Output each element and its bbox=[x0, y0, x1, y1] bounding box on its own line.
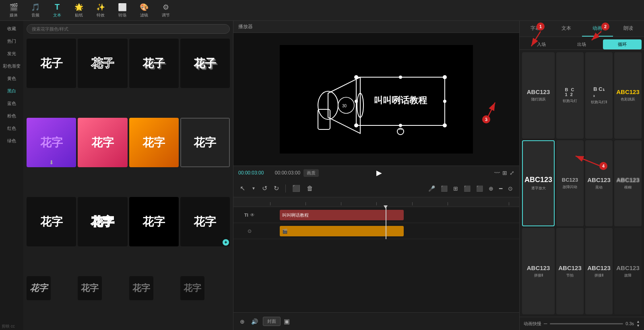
anim-soft-blink2[interactable]: B C₁₂ 软跑马灯Ⅱ bbox=[585, 52, 613, 139]
cat-blue[interactable]: 蓝色 bbox=[0, 97, 23, 110]
nav-sticker[interactable]: 🌟 贴纸 bbox=[68, 2, 89, 19]
undo-button[interactable]: ↺ bbox=[260, 183, 269, 194]
nav-text-label: 文本 bbox=[53, 12, 61, 18]
font-cell-13[interactable]: 花字 bbox=[78, 276, 102, 300]
audio-track-icon[interactable]: 🔊 bbox=[250, 317, 260, 326]
anim-soft-blink[interactable]: B C1 2 软跑马灯 bbox=[556, 52, 584, 139]
select-dropdown[interactable]: ▼ bbox=[250, 184, 257, 192]
nav-text[interactable]: T 文本 bbox=[47, 2, 68, 19]
nav-transition[interactable]: ⬜ 转场 bbox=[112, 2, 133, 19]
time-current: 00:00:03:00 bbox=[238, 170, 264, 176]
anim-preview-8: ABC123 bbox=[527, 264, 550, 271]
tab-narration[interactable]: 朗读 bbox=[613, 21, 644, 37]
timeline-cursor[interactable] bbox=[386, 207, 386, 239]
cat-pink[interactable]: 粉色 bbox=[0, 110, 23, 122]
anim-type4[interactable]: ABC123 拼接Ⅱ bbox=[585, 228, 613, 314]
redo-button[interactable]: ↻ bbox=[272, 183, 281, 194]
font-cell-5[interactable]: 花字 bbox=[78, 118, 127, 167]
cat-glow[interactable]: 发光 bbox=[0, 47, 23, 60]
frame-button[interactable]: ▣ bbox=[284, 318, 290, 325]
anim-grow[interactable]: ABC123 逐字放大 bbox=[522, 140, 555, 227]
bottom-toolbar: ⊕ 🔊 封面 ▣ bbox=[233, 312, 519, 330]
cat-green[interactable]: 绿色 bbox=[0, 135, 23, 147]
font-cell-7[interactable]: 花字 bbox=[180, 118, 230, 167]
cat-yellow[interactable]: 黄色 bbox=[0, 72, 23, 85]
ruler-mark-6: 1:00:0 bbox=[504, 202, 514, 207]
select-tool[interactable]: ↖ bbox=[238, 183, 247, 194]
anim-tab-enter[interactable]: 入场 bbox=[522, 39, 561, 49]
font-cell-10[interactable]: 花字 bbox=[129, 197, 179, 246]
speed-label: 动画快慢 bbox=[524, 321, 541, 327]
font-cell-1[interactable]: 花子 bbox=[78, 39, 127, 88]
anim-tab-exit[interactable]: 出场 bbox=[562, 39, 601, 49]
tl-tool-3[interactable]: ⬛ bbox=[462, 184, 472, 193]
anim-label-5: 故障闪动 bbox=[563, 184, 577, 190]
svg-point-11 bbox=[443, 123, 447, 127]
font-cell-15[interactable]: 花字 bbox=[180, 276, 204, 300]
anim-color-blink[interactable]: ABC123 色彩跳跃 bbox=[614, 52, 642, 139]
nav-filter[interactable]: 🎨 滤镜 bbox=[134, 2, 155, 19]
anim-shake[interactable]: ABC123 晃动 bbox=[585, 140, 613, 227]
font-cell-0[interactable]: 花子 bbox=[27, 39, 76, 88]
font-cell-14[interactable]: 花字 bbox=[129, 276, 153, 300]
search-input[interactable] bbox=[27, 24, 230, 34]
tl-tool-7[interactable]: ⊙ bbox=[506, 184, 514, 193]
tl-tool-6[interactable]: ━ bbox=[497, 184, 504, 193]
mic-button[interactable]: 🎤 bbox=[427, 184, 437, 193]
add-track-icon[interactable]: ⊕ bbox=[238, 317, 246, 326]
nav-effect[interactable]: ✨ 特效 bbox=[90, 2, 111, 19]
font-cell-4[interactable]: 花字 ⬇ bbox=[27, 118, 76, 167]
play-button[interactable]: ▶ bbox=[376, 168, 382, 177]
cover-button[interactable]: 封面 bbox=[263, 317, 281, 326]
video-clip[interactable]: 🎬 bbox=[280, 226, 404, 236]
right-panel: 字幕 文本 动画 朗读 入场 出场 循环 ABC123 随灯跳跃 B C1 2 … bbox=[519, 21, 644, 330]
font-cell-6[interactable]: 花字 bbox=[129, 118, 179, 167]
anim-beat[interactable]: ABC123 节拍 bbox=[556, 228, 584, 314]
tl-tool-2[interactable]: ⊞ bbox=[452, 184, 460, 193]
font-cell-2[interactable]: 花子 bbox=[129, 39, 179, 88]
resolution-button[interactable]: 画质 bbox=[303, 169, 319, 177]
text-clip[interactable]: 叫叫咧话教程 bbox=[280, 210, 404, 220]
anim-preview-0: ABC123 bbox=[527, 88, 550, 95]
grid-button[interactable]: ⊞ bbox=[502, 170, 507, 176]
fullscreen-button[interactable]: ⤢ bbox=[510, 170, 514, 176]
nav-media[interactable]: 🎬 媒体 bbox=[3, 2, 24, 19]
nav-tune[interactable]: ⚙ 调节 bbox=[155, 2, 176, 19]
tab-caption[interactable]: 字幕 bbox=[520, 21, 551, 37]
font-cell-8[interactable]: 花字 bbox=[27, 197, 76, 246]
anim-label-1: 软跑马灯 bbox=[563, 98, 577, 104]
split-button[interactable]: ⬛ bbox=[291, 183, 302, 194]
speed-arrows[interactable]: ▲ ▼ bbox=[636, 320, 640, 328]
speed-slider[interactable] bbox=[550, 323, 623, 324]
anim-random-blink[interactable]: ABC123 随灯跳跃 bbox=[522, 52, 555, 139]
waveform-button[interactable]: 〰 bbox=[494, 170, 500, 176]
track-text: TI 👁 叫叫咧话教程 bbox=[233, 207, 519, 223]
cat-black-white[interactable]: 黑白 bbox=[0, 85, 23, 97]
anim-type3[interactable]: ABC123 拼接Ⅱ bbox=[522, 228, 555, 314]
tl-tool-1[interactable]: ⬛ bbox=[439, 184, 449, 193]
font-cell-11[interactable]: 花字 ☆ + bbox=[180, 197, 230, 246]
tl-tool-4[interactable]: ⬛ bbox=[475, 184, 485, 193]
delete-button[interactable]: 🗑 bbox=[305, 183, 315, 194]
anim-flash[interactable]: BC123 故障闪动 bbox=[556, 140, 584, 227]
cat-hot[interactable]: 热门 bbox=[0, 35, 23, 47]
cat-colorful[interactable]: 彩色渐变 bbox=[0, 60, 23, 72]
svg-text:叫叫咧话教程: 叫叫咧话教程 bbox=[374, 95, 427, 105]
font-cell-3[interactable]: 花子 bbox=[180, 39, 230, 88]
nav-audio[interactable]: 🎵 音频 bbox=[25, 2, 46, 19]
anim-glitch[interactable]: ABC123 故障 bbox=[614, 228, 642, 314]
font-preview-14: 花字 bbox=[129, 276, 153, 300]
tl-tool-5[interactable]: ⊕ bbox=[487, 184, 495, 193]
effect-icon: ✨ bbox=[96, 3, 105, 12]
tab-animation[interactable]: 动画 bbox=[582, 21, 613, 37]
anim-tab-loop[interactable]: 循环 bbox=[603, 39, 642, 49]
font-cell-9[interactable]: 花字 bbox=[78, 197, 127, 246]
anim-label-3: 色彩跳跃 bbox=[621, 97, 635, 102]
anim-blur[interactable]: ABC123 模糊 bbox=[614, 140, 642, 227]
font-preview-9: 花字 bbox=[78, 197, 127, 246]
eye-icon-text[interactable]: 👁 bbox=[250, 212, 255, 218]
cat-red[interactable]: 红色 bbox=[0, 122, 23, 135]
font-cell-12[interactable]: 花字 bbox=[27, 276, 51, 300]
tab-text[interactable]: 文本 bbox=[551, 21, 582, 37]
cat-favorites[interactable]: 收藏 bbox=[0, 23, 23, 35]
